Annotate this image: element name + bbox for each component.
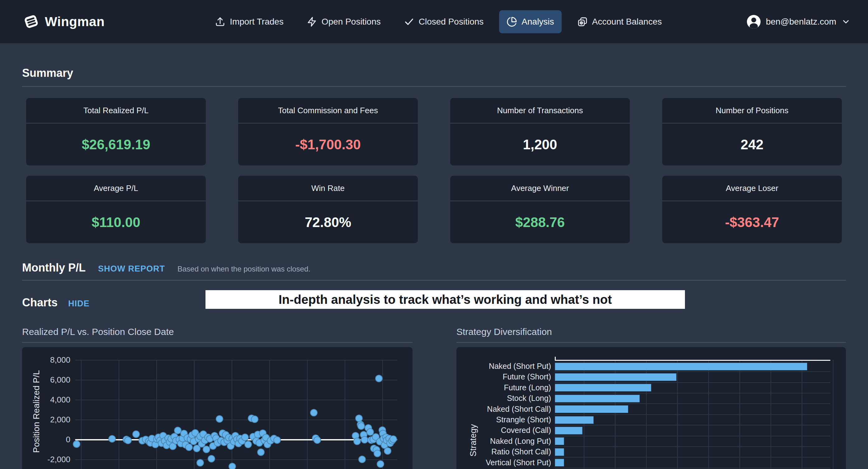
scatter-point [390, 435, 397, 443]
scatter-point [196, 459, 204, 467]
scatter-point [377, 460, 384, 468]
scatter-gridline [81, 360, 82, 469]
bar-row-divider [555, 446, 830, 447]
nav-item-import-trades[interactable]: Import Trades [207, 10, 291, 33]
scatter-point [244, 441, 252, 448]
scatter-y-axis-label: Position Realized P/L [31, 370, 41, 453]
bar [555, 363, 807, 370]
scatter-point [273, 436, 281, 444]
promo-banner-text: In-depth analysis to track what’s workin… [279, 293, 612, 307]
bar-row-divider [555, 457, 830, 458]
brand[interactable]: Wingman [23, 14, 104, 30]
bar-chart-title: Strategy Diversification [457, 327, 552, 337]
promo-banner: In-depth analysis to track what’s workin… [206, 290, 685, 309]
stat-card: Win Rate 72.80% [238, 176, 418, 243]
stat-card: Average Loser -$363.47 [662, 176, 842, 243]
bar [555, 405, 628, 413]
scatter-y-tick: 8,000 [30, 355, 70, 365]
stat-value: $288.76 [515, 214, 565, 230]
stat-label: Total Commission and Fees [278, 106, 378, 115]
stat-card: Total Realized P/L $26,619.19 [26, 98, 206, 165]
bar-axis-tick [555, 357, 556, 361]
nav-menu: Import Trades Open Positions Closed Posi… [207, 10, 670, 33]
scatter-y-tick: -2,000 [30, 455, 70, 464]
stat-label: Total Realized P/L [84, 106, 149, 115]
wallet-icon [577, 16, 588, 27]
bar-row-divider [555, 436, 830, 436]
bar-row-divider [555, 468, 830, 468]
scatter-point [384, 447, 391, 455]
bar-category-label: Vertical (Short Put) [460, 458, 551, 467]
bar-category-label: Strangle (Short) [460, 415, 551, 424]
bar-category-label: Future (Short) [460, 372, 551, 381]
nav-item-label: Closed Positions [419, 17, 484, 27]
scatter-gridline [75, 459, 397, 460]
hide-link[interactable]: HIDE [68, 299, 90, 308]
bar [555, 384, 651, 392]
brand-name: Wingman [45, 14, 104, 29]
stat-value: -$1,700.30 [295, 137, 361, 153]
upload-icon [215, 16, 225, 27]
avatar [747, 14, 761, 29]
bar [555, 459, 564, 467]
user-email: ben@benlatz.com [766, 17, 836, 27]
nav-item-label: Open Positions [321, 17, 381, 27]
user-menu[interactable]: ben@benlatz.com [747, 14, 850, 29]
stat-value: 1,200 [523, 137, 557, 153]
lightning-icon [307, 16, 317, 27]
scatter-point [257, 448, 265, 456]
bar-chart-divider [457, 342, 846, 343]
scatter-point [228, 463, 236, 469]
bar-row-divider [555, 403, 830, 404]
scatter-point [374, 450, 381, 457]
scatter-point [185, 443, 193, 451]
scatter-point [251, 415, 258, 423]
bar-row-divider [555, 382, 830, 383]
bar-gridline [833, 360, 833, 469]
scatter-chart-divider [22, 342, 412, 343]
scatter-gridline [75, 400, 397, 400]
nav-item-account-balances[interactable]: Account Balances [570, 10, 670, 33]
monthly-pl-divider [22, 280, 846, 280]
scatter-gridline [156, 360, 157, 469]
scatter-gridline [345, 360, 345, 469]
stat-card: Number of Transactions 1,200 [450, 98, 630, 165]
scatter-point [313, 436, 321, 444]
bar [555, 395, 640, 402]
summary-title: Summary [22, 67, 73, 79]
nav-item-open-positions[interactable]: Open Positions [299, 10, 388, 33]
stat-value: $26,619.19 [82, 137, 150, 153]
bar-category-label: Naked (Short Call) [460, 405, 551, 414]
scatter-point [208, 455, 215, 463]
chevron-down-icon [841, 17, 850, 27]
scatter-point [310, 409, 317, 416]
show-report-link[interactable]: SHOW REPORT [98, 264, 165, 274]
scatter-gridline [119, 360, 119, 469]
scatter-gridline [75, 420, 397, 420]
stat-label: Number of Transactions [497, 106, 583, 115]
bar [555, 437, 564, 445]
bar-row-divider [555, 425, 830, 426]
bar [555, 373, 677, 381]
monthly-pl-note: Based on when the position was closed. [178, 265, 310, 273]
scatter-point [375, 375, 383, 382]
bar [555, 448, 564, 456]
scatter-gridline [75, 380, 397, 380]
scatter-gridline [231, 360, 232, 469]
scatter-point [124, 437, 132, 444]
stat-label: Average Winner [511, 183, 569, 193]
stat-card: Average P/L $110.00 [26, 176, 206, 243]
pie-chart-icon [506, 16, 517, 27]
scatter-gridline [194, 360, 194, 469]
stat-card: Total Commission and Fees -$1,700.30 [238, 98, 418, 165]
bar-y-axis-label: Strategy [468, 424, 478, 457]
scatter-point [108, 435, 116, 442]
bar-category-label: Naked (Short Put) [460, 362, 551, 371]
monthly-pl-row: Monthly P/L SHOW REPORT Based on when th… [22, 261, 310, 274]
stat-label: Win Rate [311, 183, 345, 193]
check-icon [404, 16, 414, 27]
stat-label: Average Loser [726, 183, 778, 193]
top-nav: Wingman Import Trades Open Positi [0, 0, 868, 43]
nav-item-analysis[interactable]: Analysis [499, 10, 561, 33]
nav-item-closed-positions[interactable]: Closed Positions [396, 10, 491, 33]
